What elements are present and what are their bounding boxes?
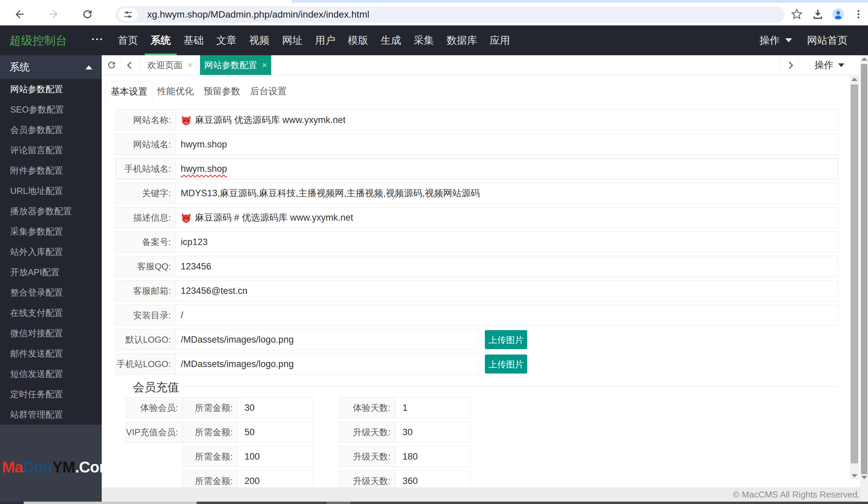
icp-input[interactable]: icp123: [181, 232, 835, 252]
nav-item-generate[interactable]: 生成: [381, 25, 401, 55]
sidebar-item-offsite-config[interactable]: 站外入库配置: [0, 242, 102, 262]
sidebar-item-wechat-config[interactable]: 微信对接配置: [0, 323, 102, 343]
subtab-basic[interactable]: 基本设置: [106, 81, 152, 101]
subtab-backend[interactable]: 后台设置: [245, 81, 292, 101]
nav-item-database[interactable]: 数据库: [446, 25, 477, 55]
sidebar-item-comment-config[interactable]: 评论留言配置: [0, 140, 102, 160]
days-label: 升级天数:: [340, 471, 396, 487]
subtab-reserved[interactable]: 预留参数: [199, 81, 245, 101]
bookmark-star-icon[interactable]: [790, 8, 804, 21]
days-input[interactable]: 180: [396, 447, 470, 467]
subtab-performance[interactable]: 性能优化: [152, 81, 199, 101]
browser-scrollbar[interactable]: [860, 55, 868, 502]
scroll-down-icon[interactable]: [851, 474, 857, 477]
amount-input[interactable]: 200: [238, 471, 313, 487]
amount-label: 所需金额:: [183, 471, 238, 487]
nav-item-user[interactable]: 用户: [315, 25, 335, 55]
sidebar-item-payment-config[interactable]: 在线支付配置: [0, 303, 102, 323]
scroll-up-icon[interactable]: [861, 57, 867, 61]
close-icon[interactable]: ×: [187, 60, 192, 71]
mobile-domain-input[interactable]: hwym.shop: [181, 159, 835, 179]
nav-item-basic[interactable]: 基础: [184, 25, 204, 55]
url-text[interactable]: xg.hwym.shop/MDadmin.php/admin/index/ind…: [147, 7, 369, 23]
days-input[interactable]: 360: [396, 471, 470, 487]
sidebar-item-cron-config[interactable]: 定时任务配置: [0, 384, 102, 405]
amount-label: 所需金额:: [183, 447, 238, 467]
sidebar-item-player-config[interactable]: 播放器参数配置: [0, 201, 102, 221]
sidebar-item-url-config[interactable]: URL地址配置: [0, 181, 102, 201]
nav-item-template[interactable]: 模版: [348, 25, 368, 55]
scroll-down-icon[interactable]: [861, 476, 867, 479]
nav-item-system[interactable]: 系统: [151, 25, 171, 55]
amount-input[interactable]: 50: [238, 422, 313, 442]
horizontal-scrollbar-thumb[interactable]: [24, 502, 197, 504]
site-name-input[interactable]: 麻豆源码 优选源码库 www.yxymk.net: [181, 110, 835, 130]
content-scrollbar[interactable]: [850, 76, 859, 480]
amount-input[interactable]: 30: [238, 398, 313, 418]
member-row: 体验会员: 所需金额: 30: [125, 397, 313, 418]
header-right: 操作 网站首页: [760, 25, 848, 55]
chevron-down-icon: [838, 63, 844, 67]
sidebar-item-seo-params[interactable]: SEO参数配置: [0, 99, 102, 120]
sidebar-item-open-api-config[interactable]: 开放API配置: [0, 262, 102, 282]
site-home-link[interactable]: 网站首页: [807, 33, 848, 48]
sidebar-item-site-params[interactable]: 网站参数配置: [0, 79, 102, 99]
service-qq-input[interactable]: 123456: [181, 256, 835, 276]
days-input[interactable]: 1: [396, 398, 470, 418]
browser-menu-icon[interactable]: [852, 8, 865, 21]
upload-mobile-logo-button[interactable]: 上传图片: [485, 355, 527, 374]
site-domain-input[interactable]: hwym.shop: [181, 134, 835, 155]
content-scrollbar-thumb[interactable]: [851, 84, 858, 463]
app-header: 超级控制台 ··· 首页 系统 基础 文章 视频 网址 用户 模版 生成 采集 …: [0, 25, 868, 55]
nav-item-home[interactable]: 首页: [118, 25, 138, 55]
amount-input[interactable]: 100: [238, 447, 313, 467]
sidebar-item-sitegroup-config[interactable]: 站群管理配置: [0, 405, 102, 425]
tabbar-next-icon[interactable]: [780, 55, 799, 75]
nav-more-button[interactable]: ···: [92, 25, 104, 55]
install-dir-input[interactable]: /: [181, 305, 835, 325]
sidebar-section-system[interactable]: 系统: [0, 55, 102, 79]
horizontal-scrollbar[interactable]: [0, 502, 868, 504]
keywords-input[interactable]: MDYS13,麻豆源码,麻豆科技,主播视频网,主播视频,视频源码,视频网站源码: [181, 183, 835, 203]
close-icon[interactable]: ×: [262, 60, 267, 71]
upload-default-logo-button[interactable]: 上传图片: [485, 330, 527, 349]
nav-item-video[interactable]: 视频: [249, 25, 270, 55]
forward-icon[interactable]: [47, 8, 60, 21]
tab-site-params[interactable]: 网站参数配置 ×: [200, 55, 271, 75]
days-input[interactable]: 30: [396, 422, 470, 442]
sidebar-item-login-config[interactable]: 整合登录配置: [0, 282, 102, 303]
days-label: 升级天数:: [340, 422, 396, 442]
download-icon[interactable]: [811, 8, 825, 21]
field-label: 描述信息:: [116, 208, 176, 228]
default-logo-input[interactable]: /MDassets/images/logo.png: [181, 329, 475, 350]
field-label: 网站域名:: [116, 134, 176, 155]
sidebar-item-sms-config[interactable]: 短信发送配置: [0, 364, 102, 384]
form-row-site-domain: 网站域名: hwym.shop: [115, 134, 838, 155]
sidebar-item-member-params[interactable]: 会员参数配置: [0, 120, 102, 140]
omnibox[interactable]: xg.hwym.shop/MDadmin.php/admin/index/ind…: [115, 7, 785, 23]
sidebar-item-collect-config[interactable]: 采集参数配置: [0, 221, 102, 242]
tabbar-refresh-icon[interactable]: [102, 55, 121, 75]
sidebar-item-attachment-config[interactable]: 附件参数配置: [0, 160, 102, 181]
browser-scrollbar-thumb[interactable]: [861, 64, 867, 474]
tabbar-prev-icon[interactable]: [121, 55, 140, 75]
nav-item-article[interactable]: 文章: [216, 25, 237, 55]
site-settings-icon[interactable]: [119, 8, 138, 21]
form-row-icp: 备案号: icp123: [115, 231, 838, 252]
back-icon[interactable]: [13, 8, 27, 21]
description-input[interactable]: 麻豆源码 # 优选源码库 www.yxymk.net: [181, 208, 835, 228]
sidebar-item-email-config[interactable]: 邮件发送配置: [0, 343, 102, 364]
scroll-up-icon[interactable]: [851, 77, 857, 81]
profile-avatar-icon[interactable]: [831, 8, 845, 21]
nav-item-website[interactable]: 网址: [282, 25, 302, 55]
field-label: 手机站域名:: [116, 159, 176, 179]
mobile-logo-input[interactable]: /MDassets/images/logo.png: [181, 354, 475, 374]
tab-welcome[interactable]: 欢迎页面 ×: [140, 55, 200, 75]
nav-item-collect[interactable]: 采集: [414, 25, 434, 55]
service-email-input[interactable]: 123456@test.cn: [181, 281, 835, 301]
sidebar: 系统 网站参数配置 SEO参数配置 会员参数配置 评论留言配置 附件参数配置 U…: [0, 55, 102, 502]
tabbar-action-dropdown[interactable]: 操作: [799, 55, 860, 75]
nav-item-app[interactable]: 应用: [489, 25, 510, 55]
reload-icon[interactable]: [81, 8, 94, 21]
header-action-dropdown[interactable]: 操作: [760, 33, 792, 48]
